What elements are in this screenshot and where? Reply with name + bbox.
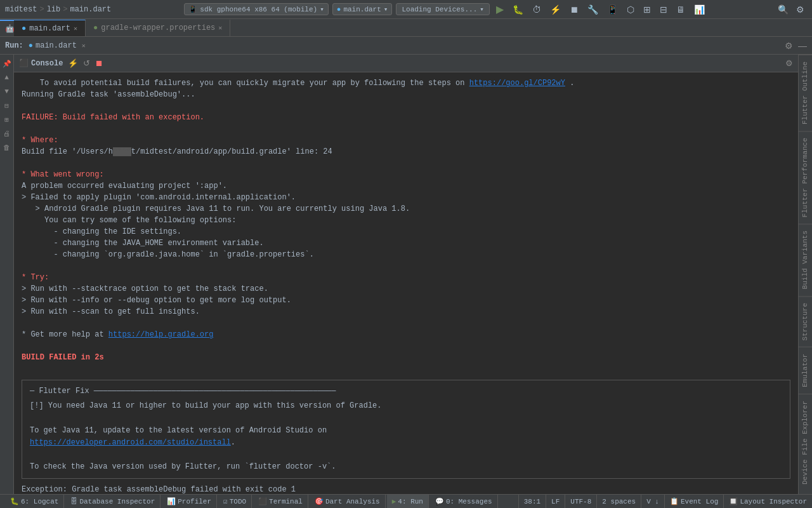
- tab-dart-icon: ●: [22, 24, 26, 33]
- status-layout-inspector[interactable]: 🔲 Layout Inspector: [723, 495, 812, 509]
- run-settings-button[interactable]: ⚙: [785, 41, 793, 51]
- output-line-empty5: [22, 318, 790, 329]
- right-tab-device-explorer[interactable]: Device File Explorer: [799, 394, 813, 491]
- status-event-log[interactable]: 📋 Event Log: [664, 495, 723, 509]
- scroll-down-icon[interactable]: ▼: [1, 85, 13, 98]
- status-terminal[interactable]: ⬛ Terminal: [253, 495, 308, 509]
- tab-maindart-close[interactable]: ✕: [74, 25, 77, 32]
- output-line-where: * Where:: [22, 135, 790, 146]
- more-btn-8[interactable]: 📊: [691, 3, 707, 16]
- run-button[interactable]: ▶: [494, 2, 506, 17]
- breadcrumb-maindart[interactable]: main.dart: [70, 5, 111, 14]
- status-indent[interactable]: 2 spaces: [596, 495, 641, 509]
- run-tab-maindart[interactable]: ● main.dart ✕: [29, 41, 86, 50]
- right-tab-structure[interactable]: Structure: [799, 296, 813, 347]
- output-line-empty3: [22, 157, 790, 169]
- link-android-studio[interactable]: https://developer.android.com/studio/ins…: [30, 438, 231, 447]
- more-btn-4[interactable]: ⬡: [624, 3, 637, 16]
- output-line-opt3: - changing `org.gradle.java.home` in `gr…: [22, 249, 790, 260]
- event-log-label: Event Log: [681, 498, 718, 505]
- run-close-button[interactable]: —: [798, 41, 807, 51]
- right-tab-flutter-outline[interactable]: Flutter Outline: [799, 55, 813, 131]
- output-line-opt2: - changing the JAVA_HOME environment var…: [22, 237, 790, 249]
- debug-button[interactable]: 🐛: [510, 3, 526, 16]
- run-tab-close[interactable]: ✕: [82, 42, 86, 50]
- messages-label: 0: Messages: [446, 498, 492, 505]
- file-selector[interactable]: ● main.dart ▾: [332, 3, 393, 15]
- status-logcat[interactable]: 🐛 6: Logcat: [5, 495, 64, 509]
- run-tab-icon: ●: [29, 41, 33, 50]
- console-label: ⬛ Console: [19, 58, 63, 68]
- settings-button[interactable]: ⚙: [794, 3, 807, 16]
- messages-icon: 💬: [435, 497, 444, 505]
- more-btn-5[interactable]: ⊞: [641, 3, 653, 16]
- pin-icon[interactable]: 📌: [1, 57, 13, 70]
- console-panel: ⬛ Console ⚡ ↺ ⏹ ⚙ To avoid potential bui…: [14, 55, 798, 494]
- hot-reload-button[interactable]: ⚡: [547, 3, 563, 16]
- link-gradle[interactable]: https://help.gradle.org: [108, 330, 214, 339]
- status-lf[interactable]: LF: [546, 495, 565, 509]
- console-title: Console: [31, 59, 63, 68]
- flutter-fix-link: https://developer.android.com/studio/ins…: [30, 437, 782, 449]
- output-line-java11: > Android Gradle plugin requires Java 11…: [22, 203, 790, 215]
- filter-icon[interactable]: ⊟: [1, 99, 13, 112]
- right-tab-flutter-perf[interactable]: Flutter Performance: [799, 131, 813, 224]
- file-selector-label: main.dart: [343, 6, 381, 13]
- tab-gradle[interactable]: ● gradle-wrapper.properties ✕: [86, 20, 230, 36]
- flutter-fix-line2: To get Java 11, update to the latest ver…: [30, 425, 782, 437]
- top-toolbar: midtest > lib > main.dart 📱 sdk gphone64…: [0, 0, 812, 19]
- tab-gradle-label: gradle-wrapper.properties: [101, 23, 215, 32]
- delete-icon[interactable]: 🗑: [1, 141, 13, 154]
- tab-maindart[interactable]: ● main.dart ✕: [14, 20, 86, 36]
- status-db-inspector[interactable]: 🗄 Database Inspector: [65, 495, 160, 509]
- search-button[interactable]: 🔍: [775, 3, 791, 16]
- console-lightning-button[interactable]: ⚡: [68, 58, 78, 68]
- run-bar: Run: ● main.dart ✕ ⚙ —: [0, 37, 812, 55]
- output-line-scan: > Run with --scan to get full insights.: [22, 306, 790, 318]
- console-settings-button[interactable]: ⚙: [785, 58, 793, 68]
- more-btn-3[interactable]: 📱: [605, 3, 620, 16]
- more-btn-7[interactable]: 🖥: [674, 3, 688, 16]
- profiler-label: Profiler: [178, 498, 211, 505]
- output-line-plugin: > Failed to apply plugin 'com.android.in…: [22, 192, 790, 203]
- more-btn-6[interactable]: ⊟: [657, 3, 670, 16]
- breadcrumb-midtest[interactable]: midtest: [5, 5, 37, 14]
- console-stop-button[interactable]: ⏹: [95, 58, 103, 68]
- output-line-options: You can try some of the following option…: [22, 215, 790, 226]
- status-git[interactable]: V ↓: [641, 495, 664, 509]
- scroll-up-icon[interactable]: ▲: [1, 71, 13, 84]
- right-tab-emulator[interactable]: Emulator: [799, 347, 813, 394]
- breadcrumb: midtest > lib > main.dart: [0, 5, 116, 14]
- flutter-fix-box: ─ Flutter Fix ──────────────────────────…: [22, 380, 790, 479]
- output-line-empty1: [22, 100, 790, 112]
- more-btn-1[interactable]: ⏹: [567, 3, 581, 16]
- more-btn-2[interactable]: 🔧: [585, 3, 601, 16]
- output-line-problem: A problem occurred evaluating project ':…: [22, 180, 790, 192]
- profile-button[interactable]: ⏱: [530, 3, 544, 16]
- tab-gradle-close[interactable]: ✕: [218, 24, 222, 32]
- filter2-icon[interactable]: ⊞: [1, 113, 13, 126]
- breadcrumb-lib[interactable]: lib: [47, 5, 61, 14]
- layout-inspector-icon: 🔲: [729, 497, 738, 505]
- status-dart-analysis[interactable]: 🎯 Dart Analysis: [310, 495, 386, 509]
- loading-selector[interactable]: Loading Devices... ▾: [396, 3, 489, 15]
- right-tab-build-variants[interactable]: Build Variants: [799, 224, 813, 295]
- status-messages[interactable]: 💬 0: Messages: [430, 495, 498, 509]
- status-charset[interactable]: UTF-8: [565, 495, 596, 509]
- logcat-label: 6: Logcat: [21, 498, 58, 505]
- device-selector[interactable]: 📱 sdk gphone64 x86 64 (mobile) ▾: [184, 3, 328, 15]
- terminal-icon: ⬛: [258, 497, 267, 505]
- status-profiler[interactable]: 📊 Profiler: [162, 495, 217, 509]
- lf-label: LF: [551, 498, 560, 505]
- print-icon[interactable]: 🖨: [1, 127, 13, 140]
- status-todo[interactable]: ☑ TODO: [218, 495, 252, 509]
- profiler-icon: 📊: [167, 497, 176, 505]
- link-goo[interactable]: https://goo.gl/CP92wY: [469, 79, 565, 88]
- console-output[interactable]: To avoid potential build failures, you c…: [14, 72, 798, 494]
- dart-analysis-label: Dart Analysis: [325, 498, 380, 505]
- status-run[interactable]: ▶ 4: Run: [387, 495, 429, 509]
- status-position[interactable]: 38:1: [518, 495, 546, 509]
- tab-project-left[interactable]: 🤖 Android ▾ ➕ ⚖ ⚙ —: [0, 20, 14, 36]
- db-icon: 🗄: [70, 497, 77, 505]
- console-restart-button[interactable]: ↺: [83, 58, 90, 68]
